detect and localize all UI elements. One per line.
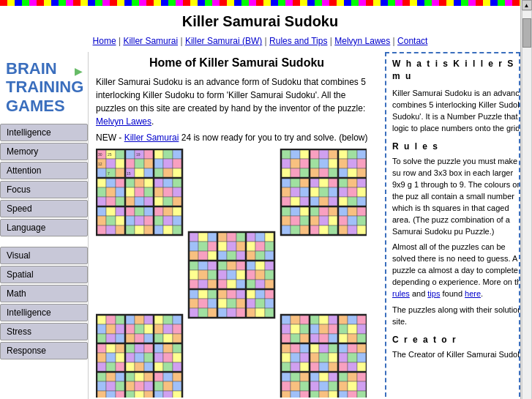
svg-rect-78 [154, 225, 163, 235]
svg-rect-119 [300, 187, 310, 197]
sidebar-item-focus[interactable]: Focus [0, 181, 88, 198]
sidebar-item-math[interactable]: Math [0, 285, 88, 302]
svg-rect-324 [281, 315, 291, 324]
svg-rect-2 [116, 149, 125, 159]
brain-box: BRAINTRAININGGAMES ▶ [0, 52, 88, 121]
svg-rect-91 [291, 159, 300, 168]
svg-rect-304 [163, 372, 173, 381]
svg-rect-292 [135, 362, 144, 372]
svg-rect-221 [236, 289, 246, 299]
svg-rect-51 [154, 197, 163, 206]
svg-rect-224 [265, 289, 274, 299]
scrollbar[interactable]: ▲ ▼ [520, 0, 532, 399]
sidebar-item-response[interactable]: Response [0, 342, 88, 359]
scroll-thumb[interactable] [522, 18, 531, 48]
melvyn-link[interactable]: Melvyn Lawes [96, 116, 151, 127]
svg-rect-15 [154, 159, 163, 168]
sidebar-item-language[interactable]: Language [0, 219, 88, 236]
here-link[interactable]: here [465, 289, 481, 298]
scroll-up-button[interactable]: ▲ [522, 0, 532, 10]
svg-rect-227 [208, 299, 217, 308]
svg-rect-65 [116, 216, 125, 225]
svg-rect-384 [338, 372, 348, 381]
svg-rect-68 [144, 216, 154, 225]
svg-rect-203 [236, 270, 246, 280]
sidebar-item-intelligence2[interactable]: Intelligence [0, 304, 88, 321]
svg-rect-23 [144, 168, 154, 178]
svg-rect-52 [163, 197, 173, 206]
svg-rect-140 [329, 206, 338, 216]
svg-rect-105 [338, 168, 348, 178]
scroll-track[interactable] [522, 10, 532, 399]
rules-link[interactable]: rules [392, 289, 410, 298]
sidebar-item-intelligence[interactable]: Intelligence [0, 124, 88, 141]
svg-rect-149 [329, 216, 338, 225]
svg-rect-25 [163, 168, 173, 178]
svg-rect-265 [135, 334, 144, 343]
svg-rect-169 [255, 232, 265, 242]
svg-rect-173 [208, 242, 217, 251]
svg-rect-271 [106, 343, 116, 353]
svg-rect-368 [357, 353, 367, 362]
sidebar-item-visual[interactable]: Visual [0, 247, 88, 264]
nav-contact[interactable]: Contact [397, 36, 427, 46]
svg-rect-161 [357, 225, 367, 235]
nav-killer-samurai-bw[interactable]: Killer Samurai (BW) [185, 36, 262, 46]
svg-rect-124 [348, 187, 357, 197]
svg-rect-159 [338, 225, 348, 235]
svg-rect-335 [300, 324, 310, 334]
svg-rect-392 [329, 381, 338, 391]
svg-rect-128 [300, 197, 310, 206]
nav-rules[interactable]: Rules and Tips [269, 36, 327, 46]
svg-rect-334 [291, 324, 300, 334]
svg-rect-35 [173, 178, 182, 187]
svg-rect-378 [281, 372, 291, 381]
svg-text:25: 25 [108, 152, 112, 157]
svg-rect-160 [348, 225, 357, 235]
sidebar-item-memory[interactable]: Memory [0, 143, 88, 160]
svg-rect-156 [310, 225, 319, 235]
svg-rect-40 [135, 187, 144, 197]
nav-home[interactable]: Home [93, 36, 116, 46]
svg-rect-179 [265, 242, 274, 251]
svg-rect-344 [300, 334, 310, 343]
svg-rect-141 [338, 206, 348, 216]
killer-samurai-24-link[interactable]: Killer Samurai [124, 133, 179, 143]
svg-rect-296 [173, 362, 182, 372]
svg-rect-307 [106, 381, 116, 391]
svg-rect-202 [227, 270, 236, 280]
svg-rect-354 [310, 343, 319, 353]
svg-rect-261 [97, 334, 106, 343]
svg-rect-244 [106, 315, 116, 324]
svg-rect-401 [329, 391, 338, 398]
svg-rect-377 [357, 362, 367, 372]
svg-rect-42 [154, 187, 163, 197]
svg-rect-13 [135, 159, 144, 168]
svg-rect-325 [291, 315, 300, 324]
nav-melvyn[interactable]: Melvyn Lawes [334, 36, 390, 46]
svg-rect-285 [154, 353, 163, 362]
svg-rect-357 [338, 343, 348, 353]
svg-rect-248 [144, 315, 154, 324]
svg-rect-37 [106, 187, 116, 197]
sidebar-item-stress[interactable]: Stress [0, 323, 88, 340]
svg-rect-146 [300, 216, 310, 225]
svg-rect-397 [291, 391, 300, 398]
tips-link[interactable]: tips [427, 289, 440, 298]
sidebar-item-spatial[interactable]: Spatial [0, 266, 88, 283]
svg-rect-100 [291, 168, 300, 178]
nav-killer-samurai[interactable]: Killer Samurai [123, 36, 178, 46]
svg-rect-130 [319, 197, 329, 206]
svg-rect-148 [319, 216, 329, 225]
svg-rect-352 [291, 343, 300, 353]
svg-rect-74 [116, 225, 125, 235]
sidebar-item-speed[interactable]: Speed [0, 200, 88, 217]
svg-rect-321 [154, 391, 163, 398]
svg-rect-329 [329, 315, 338, 324]
svg-rect-81 [281, 149, 291, 159]
svg-rect-7 [163, 149, 173, 159]
sidebar-item-attention[interactable]: Attention [0, 162, 88, 179]
svg-rect-75 [125, 225, 135, 235]
svg-rect-94 [319, 159, 329, 168]
svg-rect-254 [116, 324, 125, 334]
